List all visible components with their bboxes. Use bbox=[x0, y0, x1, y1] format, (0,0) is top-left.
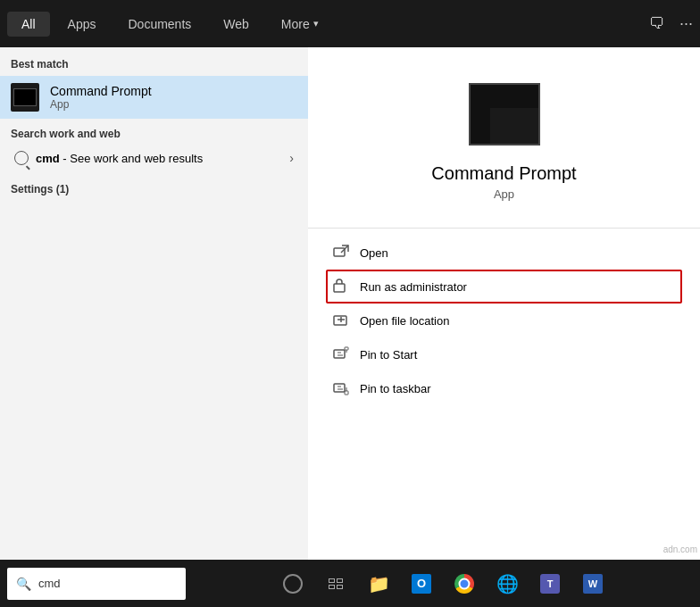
pin-to-taskbar-label: Pin to taskbar bbox=[360, 382, 431, 395]
result-text: Command Prompt App bbox=[50, 84, 152, 111]
pin-start-icon bbox=[333, 346, 349, 362]
app-title: Command Prompt bbox=[431, 163, 576, 184]
task-view-button[interactable] bbox=[316, 564, 355, 603]
svg-rect-6 bbox=[334, 350, 345, 358]
taskbar: 🔍 cmd 📁 O bbox=[0, 560, 700, 607]
main-content: Best match Command Prompt App Search wor… bbox=[0, 47, 700, 607]
start-button[interactable] bbox=[273, 564, 312, 603]
svg-rect-2 bbox=[334, 284, 345, 292]
tab-web[interactable]: Web bbox=[209, 12, 263, 37]
action-open-file-location[interactable]: Open file location bbox=[326, 304, 682, 337]
taskbar-center: 📁 O 🌐 T W bbox=[273, 564, 612, 603]
svg-rect-9 bbox=[345, 347, 348, 350]
settings-label: Settings (1) bbox=[11, 183, 297, 195]
word-icon: W bbox=[583, 574, 603, 594]
svg-rect-3 bbox=[334, 316, 346, 325]
right-panel: Command Prompt App Open bbox=[308, 47, 700, 607]
edge-icon: 🌐 bbox=[496, 573, 519, 595]
task-view-icon bbox=[329, 578, 343, 589]
search-web-text: cmd - See work and web results bbox=[36, 152, 203, 165]
left-panel: Best match Command Prompt App Search wor… bbox=[0, 47, 308, 607]
chrome-button[interactable] bbox=[445, 564, 484, 603]
divider bbox=[308, 228, 700, 229]
result-name: Command Prompt bbox=[50, 84, 152, 98]
search-web-item[interactable]: cmd - See work and web results › bbox=[11, 146, 297, 170]
action-pin-to-taskbar[interactable]: Pin to taskbar bbox=[326, 371, 682, 405]
nav-right: 🗨 ··· bbox=[649, 14, 693, 33]
chevron-down-icon: ▾ bbox=[313, 18, 319, 29]
taskbar-search-box[interactable]: 🔍 cmd bbox=[7, 568, 186, 600]
open-icon bbox=[333, 245, 349, 261]
outlook-button[interactable]: O bbox=[402, 564, 441, 603]
app-subtitle: App bbox=[494, 187, 514, 201]
file-location-icon bbox=[333, 312, 349, 328]
watermark: adn.com bbox=[661, 544, 700, 555]
run-as-admin-label: Run as administrator bbox=[360, 280, 467, 294]
folder-icon: 📁 bbox=[368, 573, 390, 595]
result-type: App bbox=[50, 98, 152, 111]
chrome-icon bbox=[454, 574, 474, 594]
command-prompt-icon-inner bbox=[13, 88, 37, 106]
start-circle-icon bbox=[283, 574, 303, 594]
search-web-section: Search work and web cmd - See work and w… bbox=[0, 119, 308, 174]
feedback-icon[interactable]: 🗨 bbox=[649, 14, 665, 33]
chevron-right-icon: › bbox=[289, 151, 294, 165]
pin-to-start-label: Pin to Start bbox=[360, 348, 417, 362]
teams-button[interactable]: T bbox=[530, 564, 570, 603]
app-icon-large bbox=[469, 83, 540, 146]
action-list: Open Run as administrator bbox=[308, 236, 700, 405]
teams-icon: T bbox=[540, 574, 560, 594]
outlook-icon: O bbox=[412, 574, 431, 594]
tab-apps[interactable]: Apps bbox=[54, 12, 111, 37]
command-prompt-icon bbox=[11, 83, 39, 112]
result-item-command-prompt[interactable]: Command Prompt App bbox=[0, 76, 308, 119]
tab-documents[interactable]: Documents bbox=[113, 12, 205, 37]
open-label: Open bbox=[360, 246, 388, 260]
top-nav: All Apps Documents Web More ▾ 🗨 ··· bbox=[0, 0, 700, 47]
open-file-location-label: Open file location bbox=[360, 314, 449, 328]
more-options-icon[interactable]: ··· bbox=[679, 14, 693, 33]
action-open[interactable]: Open bbox=[326, 236, 682, 270]
search-web-icon bbox=[14, 151, 29, 165]
search-box-text: cmd bbox=[38, 577, 61, 590]
settings-section: Settings (1) bbox=[0, 174, 308, 204]
edge-button[interactable]: 🌐 bbox=[488, 564, 527, 603]
action-run-as-admin[interactable]: Run as administrator bbox=[326, 270, 682, 304]
file-explorer-button[interactable]: 📁 bbox=[359, 564, 398, 603]
tab-more[interactable]: More ▾ bbox=[267, 12, 333, 37]
svg-rect-0 bbox=[334, 248, 345, 256]
best-match-label: Best match bbox=[0, 47, 308, 76]
word-button[interactable]: W bbox=[573, 564, 612, 603]
admin-icon bbox=[333, 279, 349, 295]
pin-taskbar-icon bbox=[333, 380, 349, 396]
tab-all[interactable]: All bbox=[7, 12, 50, 37]
svg-rect-11 bbox=[334, 384, 345, 392]
search-box-icon: 🔍 bbox=[16, 577, 31, 591]
action-pin-to-start[interactable]: Pin to Start bbox=[326, 337, 682, 371]
search-web-label: Search work and web bbox=[11, 128, 297, 140]
